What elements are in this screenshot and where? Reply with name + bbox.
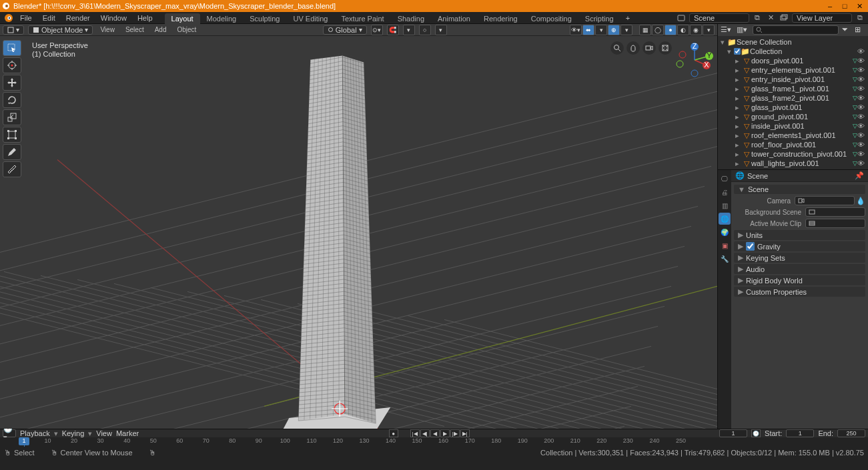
editor-type-dropdown[interactable]: ▾ [3,25,24,35]
timeline-menu-keying[interactable]: Keying [62,429,85,437]
shading-dropdown[interactable]: ▾ [703,25,715,35]
snap-toggle[interactable]: 🧲 [387,25,399,35]
outliner-new-collection-button[interactable]: ⊞ [855,25,865,35]
window-maximize-button[interactable]: □ [837,0,852,12]
tool-transform[interactable] [3,127,21,143]
prop-tab-output[interactable]: 🖨 [719,186,731,198]
properties-pin-button[interactable]: 📌 [855,171,864,180]
prop-tab-modifier[interactable]: 🔧 [719,253,731,265]
play-forward[interactable]: ▶ [440,429,450,437]
proportional-dropdown[interactable]: ▾ [435,25,447,35]
start-frame-field[interactable]: 1 [786,429,814,437]
prop-tab-object[interactable]: ▣ [719,239,731,251]
outliner-item[interactable]: ▸▽tower_construction_pivot.001▽👁 [718,149,868,159]
object-visibility-dropdown[interactable]: 👁▾ [570,25,582,35]
panel-rigidbody-header[interactable]: ▶Rigid Body World [734,275,865,285]
panel-keying-header[interactable]: ▶Keying Sets [734,253,865,263]
workspace-add-button[interactable]: + [620,13,635,23]
orientation-dropdown[interactable]: Global▾ [323,25,367,35]
preview-range-button[interactable]: 🕑 [751,429,761,437]
workspace-tab-animation[interactable]: Animation [431,13,477,24]
play-next-key[interactable]: |▶ [450,429,460,437]
menu-help[interactable]: Help [132,13,158,23]
gizmo-toggle[interactable]: ⬌ [582,25,594,35]
play-jump-end[interactable]: ▶| [460,429,470,437]
workspace-tab-modeling[interactable]: Modeling [200,13,244,24]
orientation-gizmo[interactable]: X Y Z [675,40,715,80]
workspace-tab-rendering[interactable]: Rendering [477,13,524,24]
timeline-menu-playback[interactable]: Playback [20,429,50,437]
play-reverse[interactable]: ◀ [430,429,440,437]
tool-move[interactable] [3,75,21,91]
outliner-item[interactable]: ▸▽wall_lights_pivot.001▽👁 [718,159,868,168]
panel-scene-header[interactable]: ▼Scene [734,185,865,194]
timeline-menu-marker[interactable]: Marker [116,429,139,437]
outliner-item[interactable]: ▸▽ground_pivot.001▽👁 [718,112,868,121]
panel-units-header[interactable]: ▶Units [734,230,865,240]
menu-file[interactable]: File [15,13,37,23]
camera-eyedropper-icon[interactable]: 💧 [856,196,865,205]
outliner-item[interactable]: ▸▽inside_pivot.001▽👁 [718,121,868,131]
shading-solid[interactable]: ● [665,25,677,35]
outliner-collection[interactable]: ▾📁Collection👁 [718,47,868,56]
activeclip-value[interactable] [805,219,865,228]
gizmo-dropdown[interactable]: ▾ [595,25,607,35]
outliner-filter-button[interactable]: ⏷ [841,25,852,35]
nav-zoom-icon[interactable] [610,41,624,55]
window-minimize-button[interactable]: – [823,0,837,12]
viewport-menu-object[interactable]: Object [173,26,199,33]
tool-annotate[interactable] [3,144,21,160]
timeline-track[interactable]: 0102030405060708090100110120130140150160… [0,437,868,447]
shading-lookdev[interactable]: ◐ [677,25,689,35]
pivot-dropdown[interactable]: ⊙▾ [371,25,383,35]
xray-toggle[interactable]: ▦ [639,25,651,35]
outliner-scene-collection[interactable]: ▾📁Scene Collection [718,37,868,47]
menu-render[interactable]: Render [61,13,95,23]
scene-selector[interactable]: Scene [689,13,749,23]
outliner-item[interactable]: ▸▽doors_pivot.001▽👁 [718,56,868,65]
timeline-menu-view[interactable]: View [96,429,112,437]
workspace-tab-texpaint[interactable]: Texture Paint [334,13,390,24]
outliner-display-dropdown[interactable]: ▥▾ [737,25,750,35]
play-jump-start[interactable]: |◀ [410,429,420,437]
play-prev-key[interactable]: ◀| [420,429,430,437]
outliner-item[interactable]: ▸▽roof_floor_pivot.001▽👁 [718,140,868,149]
nav-pan-icon[interactable] [626,41,640,55]
outliner-item[interactable]: ▸▽glass_frame1_pivot.001▽👁 [718,84,868,93]
nav-camera-icon[interactable] [642,41,656,55]
outliner-item[interactable]: ▸▽entry_inside_pivot.001▽👁 [718,75,868,84]
viewlayer-selector[interactable]: View Layer [792,13,852,23]
prop-tab-viewlayer[interactable]: ▥ [719,199,731,211]
viewport-menu-select[interactable]: Select [122,26,147,33]
tool-scale[interactable] [3,109,21,125]
menu-edit[interactable]: Edit [37,13,61,23]
tool-select-box[interactable] [3,40,21,56]
tool-measure[interactable] [3,161,21,177]
workspace-tab-uv[interactable]: UV Editing [286,13,334,24]
window-close-button[interactable]: ✕ [852,0,867,12]
autokey-button[interactable]: ● [389,429,398,437]
shading-rendered[interactable]: ◉ [690,25,702,35]
outliner-item[interactable]: ▸▽glass_frame2_pivot.001▽👁 [718,93,868,103]
shading-wireframe[interactable]: ◯ [652,25,664,35]
viewport-menu-view[interactable]: View [97,26,118,33]
tool-cursor[interactable] [3,57,21,73]
workspace-tab-shading[interactable]: Shading [391,13,431,24]
scene-delete-button[interactable]: ✕ [765,13,776,23]
gravity-checkbox[interactable] [746,242,755,251]
workspace-tab-sculpting[interactable]: Sculpting [243,13,286,24]
mode-dropdown[interactable]: Object Mode▾ [28,25,93,35]
bgscene-value[interactable] [805,207,865,217]
panel-audio-header[interactable]: ▶Audio [734,264,865,274]
workspace-tab-compositing[interactable]: Compositing [524,13,578,24]
outliner-item[interactable]: ▸▽roof_elements1_pivot.001▽👁 [718,131,868,140]
panel-gravity-header[interactable]: ▶Gravity [734,241,865,251]
snap-dropdown[interactable]: ▾ [403,25,415,35]
tool-rotate[interactable] [3,92,21,108]
overlay-dropdown[interactable]: ▾ [620,25,632,35]
outliner-item[interactable]: ▸▽entry_elements_pivot.001▽👁 [718,65,868,75]
3d-viewport[interactable]: User Perspective (1) Collection [0,36,717,429]
current-frame-field[interactable]: 1 [719,429,747,437]
nav-perspective-icon[interactable] [659,41,672,55]
collection-enable-checkbox[interactable] [734,48,741,55]
